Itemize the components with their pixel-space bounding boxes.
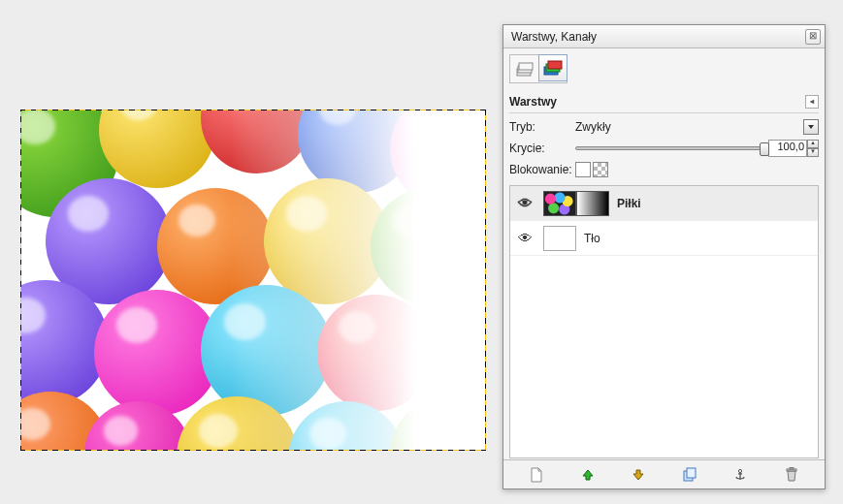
layer-thumbnails: [543, 226, 576, 251]
move-layer-up-button[interactable]: [576, 464, 600, 486]
section-menu-button[interactable]: ◂: [805, 95, 819, 109]
opacity-value-input[interactable]: 100,0: [768, 140, 807, 157]
layer-thumbnail[interactable]: [543, 226, 576, 251]
ball: [201, 285, 332, 416]
image-content: [21, 110, 485, 450]
svg-point-8: [739, 469, 742, 472]
lock-alpha-toggle[interactable]: [593, 162, 608, 177]
selection-marquee: [20, 110, 486, 451]
svg-rect-7: [687, 468, 696, 478]
panel-tabs: [509, 54, 567, 83]
section-header: Warstwy ◂: [509, 93, 819, 113]
opacity-row: Krycie: 100,0 ▲ ▼: [509, 139, 819, 158]
opacity-label: Krycie:: [509, 142, 575, 155]
layers-toolbar: [503, 459, 825, 488]
spinner-down-icon[interactable]: ▼: [807, 148, 819, 157]
lock-row: Blokowanie:: [509, 160, 819, 179]
panel-titlebar[interactable]: Warstwy, Kanały ⊠: [503, 25, 825, 48]
svg-rect-2: [519, 63, 533, 70]
spinner-up-icon[interactable]: ▲: [807, 140, 819, 148]
svg-rect-5: [548, 61, 562, 69]
layer-name[interactable]: Tło: [584, 232, 814, 245]
layer-thumbnails: [543, 191, 609, 216]
ball: [99, 110, 215, 188]
anchor-layer-button[interactable]: [729, 464, 752, 486]
layer-mask-thumbnail[interactable]: [576, 191, 609, 216]
opacity-track[interactable]: [575, 146, 768, 150]
layer-name[interactable]: Piłki: [617, 197, 814, 210]
opacity-slider[interactable]: [575, 146, 768, 150]
layer-thumbnail[interactable]: [543, 191, 576, 216]
blend-mode-value[interactable]: Zwykły: [575, 120, 803, 134]
visibility-toggle[interactable]: 👁: [514, 195, 535, 211]
visibility-toggle[interactable]: 👁: [514, 230, 535, 246]
panel-close-button[interactable]: ⊠: [805, 29, 821, 45]
svg-rect-10: [790, 467, 794, 469]
layer-row-pilki[interactable]: 👁 Piłki: [510, 186, 818, 221]
blend-mode-label: Tryb:: [509, 120, 575, 134]
channels-tab[interactable]: [538, 54, 567, 81]
layer-list[interactable]: 👁 Piłki 👁 Tło: [509, 185, 819, 458]
opacity-thumb[interactable]: [760, 142, 769, 156]
lock-pixels-toggle[interactable]: [575, 162, 591, 177]
opacity-spinner[interactable]: ▲ ▼: [807, 140, 819, 157]
layers-panel: Warstwy, Kanały ⊠ Warstwy: [503, 24, 826, 489]
canvas-area[interactable]: [20, 110, 486, 451]
new-layer-button[interactable]: [525, 464, 548, 486]
section-title: Warstwy: [509, 95, 557, 109]
ball: [390, 396, 485, 450]
blend-mode-row: Tryb: Zwykły: [509, 117, 819, 137]
layers-tab[interactable]: [510, 55, 539, 82]
delete-layer-button[interactable]: [780, 464, 803, 486]
lock-label: Blokowanie:: [509, 163, 575, 176]
move-layer-down-button[interactable]: [627, 464, 650, 486]
duplicate-layer-button[interactable]: [678, 464, 701, 486]
panel-title: Warstwy, Kanały: [511, 30, 805, 44]
layer-row-tlo[interactable]: 👁 Tło: [510, 221, 818, 256]
ball: [201, 110, 312, 173]
blend-mode-dropdown-button[interactable]: [803, 119, 819, 135]
